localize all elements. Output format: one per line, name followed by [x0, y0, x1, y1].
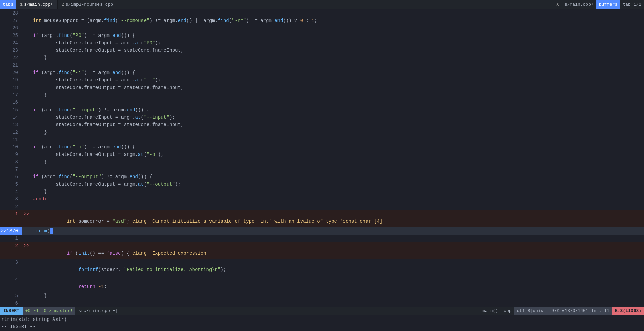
token-num: 1 [311, 18, 314, 23]
code-line-18: 18 stateCore.fnameOutput = stateCore.fna… [0, 84, 644, 91]
code-line-10: 10 if (argm.find("-o") != argm.end()) { [0, 143, 644, 151]
line-num-13: 13 [0, 121, 22, 128]
code-line-2-error2: 2 >> if (init() == false) { clang: Expec… [0, 242, 644, 259]
token-plain: ); [175, 182, 181, 187]
token-fn-fprintf: fprintf [78, 267, 98, 273]
line-num-25: 25 [0, 32, 22, 39]
token-plain: () == [90, 251, 107, 256]
token-if: if [33, 174, 39, 180]
token-plain: ; [314, 18, 317, 23]
code-line-22: 22 } [0, 54, 644, 62]
token-plain: stateCore.fnameInput = argm. [33, 40, 135, 46]
line-content-15: if (argm.find("--input") != argm.end()) … [31, 106, 644, 114]
line-content-14: stateCore.fnameInput = argm.at("--input"… [31, 114, 644, 121]
code-container: 28 27 int mouseSupport = (argm.find("--n… [0, 9, 644, 307]
line-num-5b: 5 [0, 292, 22, 300]
line-num-24: 24 [0, 39, 22, 47]
line-num-1370: >>1370 [0, 227, 22, 235]
status-mode: INSERT [0, 307, 23, 315]
token-plain [95, 284, 98, 289]
line-content-24: stateCore.fnameInput = argm.at("P0"); [31, 39, 644, 47]
line-arrow-2-err: >> [22, 242, 31, 250]
code-line-15: 15 if (argm.find("--input") != argm.end(… [0, 106, 644, 114]
token-fn: end [112, 144, 121, 150]
line-num-10: 10 [0, 143, 22, 151]
code-line-7: 7 [0, 166, 644, 173]
token-plain: stateCore.fnameOutput = argm. [33, 182, 138, 187]
tab-2-num: 2 [62, 1, 64, 8]
token-str: "--nomouse" [118, 18, 149, 23]
code-line-11: 11 [0, 136, 644, 143]
code-line-20: 20 if (argm.find("-i") != argm.end()) { [0, 69, 644, 76]
code-line-23: 23 stateCore.fnameOutput = stateCore.fna… [0, 47, 644, 54]
token-plain: ; [104, 284, 107, 289]
token-plain: ( [115, 18, 118, 23]
token-plain: ()) ? [283, 18, 300, 23]
code-line-2: 2 [0, 203, 644, 210]
token-plain: ( [70, 70, 72, 75]
token-str: "--output" [147, 182, 175, 187]
editor-area: 28 27 int mouseSupport = (argm.find("--n… [0, 9, 644, 307]
line-content-3: #endif [31, 195, 644, 203]
tab-1-main-cpp[interactable]: 1 s/main.cpp+ [16, 0, 58, 9]
line-num-12: 12 [0, 128, 22, 136]
code-line-1370-current: >>1370 rtrim( [0, 227, 644, 235]
token-fn: find [59, 174, 70, 180]
token-plain: ()) { [121, 33, 135, 38]
line-content-25: if (argm.find("P0") != argm.end()) { [31, 32, 644, 39]
cursor [50, 228, 52, 234]
code-line-3b: 3 fprintf(stderr, "Failed to initialize.… [0, 259, 644, 276]
token-fn: at [138, 182, 144, 187]
line-num-8: 8 [0, 158, 22, 166]
token-fn: end [130, 174, 138, 180]
line-content-12: } [31, 128, 644, 136]
line-num-7: 7 [0, 166, 22, 173]
token-plain: } [33, 129, 47, 135]
token-plain: () || argm. [186, 18, 218, 23]
close-tab-button[interactable]: X [554, 0, 562, 9]
token-plain: ()) { [138, 174, 152, 180]
token-plain: ()) { [121, 70, 135, 75]
tab-1-num: 1 [20, 1, 23, 8]
tab-bar: tabs 1 s/main.cpp+ 2 s/impl-ncurses.cpp … [0, 0, 644, 9]
token-plain: } [33, 92, 47, 98]
code-line-9: 9 stateCore.fnameOutput = argm.at("-o"); [0, 151, 644, 158]
token-fn: end [112, 33, 121, 38]
line-num-3b: 3 [0, 259, 22, 266]
code-line-13: 13 stateCore.fnameOutput = stateCore.fna… [0, 121, 644, 128]
token-plain: stateCore.fnameOutput = stateCore.fnameI… [33, 85, 183, 90]
token-fn-rtrim: rtrim [33, 228, 47, 234]
status-bar: INSERT +0 ~1 -0 ✓ master! src/main.cpp[+… [0, 307, 644, 315]
token-if2: if [67, 251, 73, 256]
token-plain: ) != argm. [84, 33, 112, 38]
buffers-label: buffers [596, 0, 620, 9]
token-str: "P0" [73, 33, 84, 38]
line-num-6b: 6 [0, 300, 22, 307]
token-plain: ( [70, 107, 72, 113]
line-content-22: } [31, 54, 644, 62]
line-num-5: 5 [0, 181, 22, 188]
token-plain: ( [144, 152, 147, 157]
token-plain: ); [158, 152, 164, 157]
token-plain: someerror = [75, 219, 112, 224]
code-line-blank2: 1 [0, 235, 644, 242]
line-num-28: 28 [0, 9, 22, 17]
token-plain: ) != argm. [84, 70, 112, 75]
token-spaces [55, 219, 67, 224]
line-content-6: if (argm.find("--output") != argm.end())… [31, 173, 644, 181]
line-content-18: stateCore.fnameOutput = stateCore.fnameI… [31, 84, 644, 91]
code-line-12: 12 } [0, 128, 644, 136]
code-line-25: 25 if (argm.find("P0") != argm.end()) { [0, 32, 644, 39]
token-str: "--input" [73, 107, 98, 113]
token-fn: find [104, 18, 115, 23]
tab-2-impl-ncurses[interactable]: 2 s/impl-ncurses.cpp [58, 0, 117, 9]
token-plain: ( [229, 18, 232, 23]
token-plain: : [303, 18, 311, 23]
line-content-8: } [31, 158, 644, 166]
status-func: main() [480, 308, 501, 314]
token-macro: #endif [33, 196, 50, 202]
status-encoding: utf-8[unix] [514, 307, 549, 315]
line-num-15: 15 [0, 106, 22, 114]
line-num-17: 17 [0, 91, 22, 99]
token-fn: at [135, 40, 141, 46]
